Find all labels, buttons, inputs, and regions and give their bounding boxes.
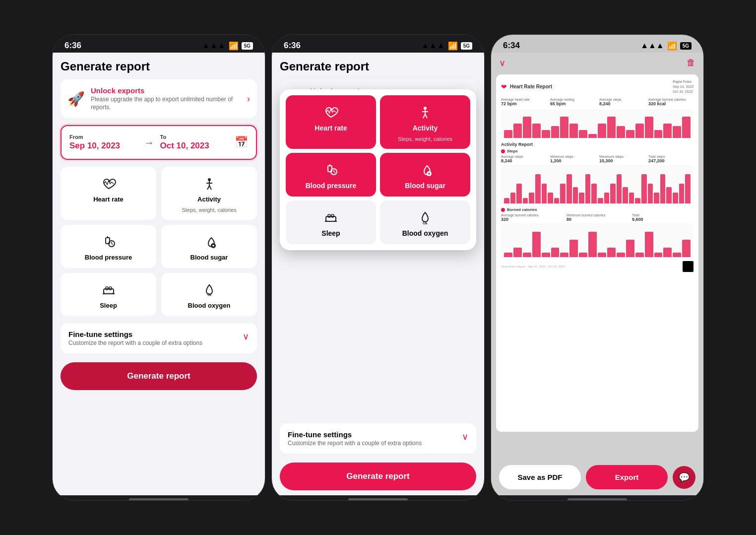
date-to-group-1: To Oct 10, 2023 [160,134,229,151]
modal-grid-2: Heart rate Activity Steps, weight, calor… [286,95,470,244]
stat-avg-steps: Average steps 8,240 [599,98,644,106]
chat-icon-3: 💬 [679,472,690,483]
stats-row-1: Average heart rate 72 bpm Average restin… [501,98,693,106]
chevron-down-icon-1: ∨ [243,331,249,342]
svg-line-22 [423,114,425,118]
modal-heart-rate-2[interactable]: Heart rate [286,95,376,149]
chevron-down-icon-3[interactable]: ∨ [499,58,505,68]
heart-rate-chart [501,109,693,139]
svg-text:O₂: O₂ [207,293,211,296]
home-indicator-2 [348,498,408,501]
date-arrow-1: → [144,137,154,148]
report-item-heart-rate-1[interactable]: Heart rate [61,167,156,220]
report-label-bo-1: Blood oxygen [188,302,231,309]
generate-btn-2[interactable]: Generate report [280,463,476,490]
svg-rect-32 [326,216,336,221]
modal-sub-activity: Steps, weight, calories [398,136,452,142]
fine-tune-2[interactable]: Fine-tune settings Customize the report … [280,423,476,454]
phone1-content: Generate report 🚀 Unlock exports Please … [53,53,265,495]
status-bar-1: 6:36 ▲▲▲ 📶 5G [53,35,265,53]
fine-tune-title-1: Fine-tune settings [68,330,202,338]
status-bar-2: 6:36 ▲▲▲ 📶 5G [272,35,484,53]
stat-calories: Average burned calories 320 kcal [648,98,693,106]
report-item-activity-1[interactable]: Activity Steps, weight, calories [161,167,257,220]
report-label-bs-1: Blood sugar [190,254,228,261]
report-label-bp-1: Blood pressure [85,254,132,261]
status-time-2: 6:36 [284,41,301,51]
chevron-down-icon-2: ∨ [462,431,468,442]
svg-line-8 [112,244,113,245]
steps-dot [501,149,505,153]
from-label-1: From [69,134,138,140]
signal-icon-1: ▲▲▲ [202,41,226,50]
sleep-icon-1 [101,282,117,298]
blood-oxygen-icon-modal: O₂ [417,209,433,225]
modal-label-bo: Blood oxygen [402,229,448,237]
heart-rate-icon-1 [101,176,117,192]
fine-tune-1[interactable]: Fine-tune settings Customize the report … [61,323,257,353]
report-label-activity-1: Activity [197,196,221,203]
phone3-content: ∨ 🗑 ❤ Heart Rate Report Rapid Pulse Sep … [491,53,703,495]
save-pdf-button[interactable]: Save as PDF [499,465,581,489]
trash-icon-3[interactable]: 🗑 [687,58,695,68]
modal-blood-oxygen-2[interactable]: O₂ Blood oxygen [380,201,470,244]
calendar-icon-1[interactable]: 📅 [235,136,248,149]
report-meta: Rapid Pulse Sep 10, 2023 Oct 10, 2023 [673,79,693,94]
to-label-1: To [160,134,229,140]
status-icons-1: ▲▲▲ 📶 5G [202,41,253,51]
modal-blood-sugar-2[interactable]: Blood sugar [380,153,470,197]
unlock-title-1: Unlock exports [91,86,241,95]
stat-avg-hr: Average heart rate 72 bpm [501,98,546,106]
report-item-blood-sugar-1[interactable]: Blood sugar [161,225,257,268]
phone-3: 6:34 ▲▲▲ 📶 5G ∨ 🗑 ❤ Heart Rate Report [491,34,704,501]
qr-code [683,261,693,272]
to-value-1: Oct 10, 2023 [160,141,229,151]
svg-point-19 [424,107,427,110]
modal-sleep-2[interactable]: Sleep [286,201,376,244]
blood-sugar-icon-1 [201,234,217,250]
battery-2: 5G [461,42,472,50]
svg-line-3 [207,186,209,190]
signal-icon-2: ▲▲▲ [421,41,445,50]
report-footer-text: Heart Rate Report · Sep 10, 2023 - Oct 1… [501,265,565,268]
report-item-blood-oxygen-1[interactable]: O₂ Blood oxygen [161,273,257,316]
fine-tune-sub-1: Customize the report with a couple of ex… [68,339,202,346]
phone-2: 6:36 ▲▲▲ 📶 5G Generate report 🚀 Unlock e… [271,34,485,501]
unlock-card-1[interactable]: 🚀 Unlock exports Please upgrade the app … [61,79,257,118]
home-indicator-3 [567,498,627,501]
bottom-actions-bar: Save as PDF Export 💬 [491,459,703,495]
fine-tune-sub-2: Customize the report with a couple of ex… [288,440,422,447]
status-icons-2: ▲▲▲ 📶 5G [421,41,472,51]
blood-oxygen-icon-1: O₂ [201,282,217,298]
wifi-icon-1: 📶 [229,41,239,51]
report-item-sleep-1[interactable]: Sleep [61,273,156,316]
export-button[interactable]: Export [586,465,668,489]
battery-3: 5G [680,42,692,50]
date-range-card-1[interactable]: From Sep 10, 2023 → To Oct 10, 2023 📅 [61,125,257,160]
modal-blood-pressure-2[interactable]: Blood pressure [286,153,376,197]
report-grid-1: Heart rate Activity Steps, weight, calor… [61,167,257,316]
chat-button-3[interactable]: 💬 [673,466,695,489]
modal-label-activity: Activity [413,124,438,132]
blood-pressure-icon-modal [323,162,339,178]
calories-dot [501,208,505,212]
generate-btn-1[interactable]: Generate report [61,362,257,390]
stat-avg-activity: Average resting 65 bpm [550,98,595,106]
report-preview-card: ❤ Heart Rate Report Rapid Pulse Sep 10, … [496,74,698,432]
status-time-1: 6:36 [64,41,81,51]
report-item-blood-pressure-1[interactable]: Blood pressure [61,225,156,268]
modal-label-heart-rate: Heart rate [315,124,347,132]
activity-icon-modal [417,104,433,120]
page-title-2: Generate report [280,53,476,79]
wifi-icon-2: 📶 [448,41,458,51]
report-brand: ❤ Heart Rate Report [501,83,552,91]
activity-section-title: Activity Report [501,142,693,147]
calories-chart [501,223,693,258]
blood-sugar-icon-modal [417,162,433,178]
modal-activity-2[interactable]: Activity Steps, weight, calories [380,95,470,149]
selection-modal-2: Heart rate Activity Steps, weight, calor… [280,89,476,250]
unlock-text-1: Unlock exports Please upgrade the app to… [91,86,241,111]
svg-text:O₂: O₂ [423,221,428,225]
chevron-right-icon-1: › [247,94,250,104]
report-label-sleep-1: Sleep [100,302,117,309]
